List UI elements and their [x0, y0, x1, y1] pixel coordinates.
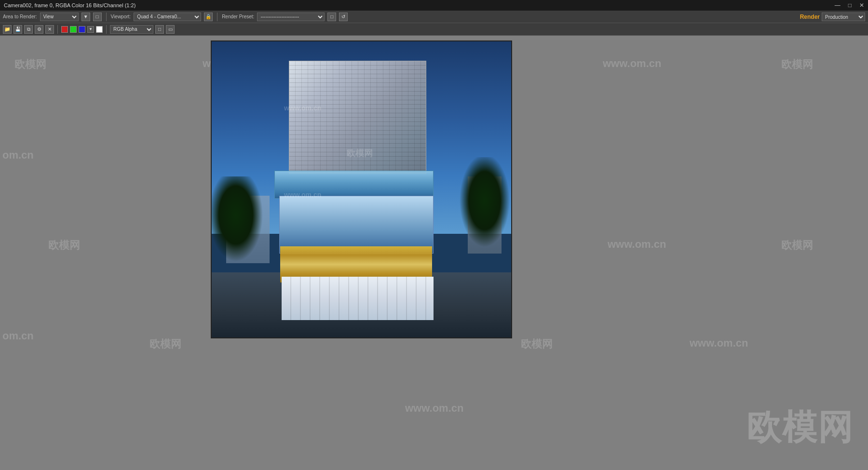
channel-dropdown[interactable]: RGB Alpha [110, 25, 153, 34]
watermark-7: 欧模网 [48, 238, 80, 253]
watermark-13: 欧模网 [149, 337, 181, 351]
sep2 [217, 13, 217, 21]
sep3 [57, 25, 58, 34]
lock-icon[interactable]: 🔒 [204, 13, 213, 21]
building-columns [282, 277, 434, 320]
channel-icon1[interactable]: □ [155, 25, 164, 34]
watermark-15: 欧模网 [521, 337, 553, 351]
close-button[interactable]: ✕ [857, 2, 866, 9]
bg-building-left [226, 196, 270, 263]
large-watermark: 欧模网 [746, 404, 854, 451]
viewport-dropdown[interactable]: Quad 4 - Camera0... [134, 13, 201, 21]
save-icon[interactable]: 💾 [14, 25, 22, 34]
settings-icon[interactable]: ⚙ [35, 25, 43, 34]
window-controls: — □ ✕ [833, 0, 866, 11]
toolbar-row1: Area to Render: View ▼ □ Viewport: Quad … [0, 11, 868, 23]
minimize-button[interactable]: — [833, 2, 842, 9]
watermark-5: 欧模网 [781, 57, 813, 72]
building-scene: www.om.cn www.om.cn 欧模网 [212, 41, 511, 337]
watermark-1: 欧模网 [14, 57, 46, 72]
swatch-blue[interactable] [79, 26, 85, 33]
close-icon[interactable]: ✕ [45, 25, 54, 34]
building-mid-glass [274, 171, 434, 199]
sep4 [106, 25, 107, 34]
main-area: 欧模网 www.om.cn 欧模网 www.om.cn 欧模网 om.cn 欧模… [0, 36, 868, 470]
bg-building-right [468, 176, 502, 254]
swatch-red[interactable] [61, 26, 68, 33]
render-preset-label: Render Preset: [222, 14, 254, 19]
top-right-controls: Render Production [800, 11, 865, 23]
watermark-16: www.om.cn [690, 337, 748, 349]
preset-icon1[interactable]: □ [327, 13, 336, 21]
area-to-render-label: Area to Render: [3, 14, 37, 19]
watermark-14: www.om.cn [405, 402, 463, 415]
watermark-10: www.om.cn [608, 238, 666, 251]
open-icon[interactable]: 📁 [3, 25, 12, 34]
title-bar-text: Camera002, frame 0, RGBA Color 16 Bits/C… [4, 2, 136, 8]
area-to-render-dropdown[interactable]: View [40, 13, 79, 21]
swatch-green[interactable] [70, 26, 77, 33]
render-preset-dropdown[interactable]: ------------------------ [257, 13, 325, 21]
watermark-6: om.cn [2, 149, 34, 161]
area-icon1[interactable]: ▼ [81, 13, 90, 21]
viewport-label: Viewport: [111, 14, 131, 19]
maximize-button[interactable]: □ [846, 2, 854, 9]
watermark-4: www.om.cn [603, 57, 661, 70]
watermark-11: 欧模网 [781, 238, 813, 253]
preset-icon2[interactable]: ↺ [339, 13, 348, 21]
channel-icon2[interactable]: ▭ [166, 25, 175, 34]
watermark-12: om.cn [2, 330, 34, 342]
building-upper [289, 61, 426, 174]
render-canvas: www.om.cn www.om.cn 欧模网 [211, 40, 512, 338]
building-lower-glass [279, 196, 434, 254]
title-bar: Camera002, frame 0, RGBA Color 16 Bits/C… [0, 0, 868, 11]
toolbar-row2: 📁 💾 ⧉ ⚙ ✕ ▼ RGB Alpha □ ▭ [0, 23, 868, 36]
clone-icon[interactable]: ⧉ [24, 25, 33, 34]
color-extra-icon[interactable]: ▼ [87, 26, 94, 33]
render-button[interactable]: Render [800, 13, 820, 20]
production-dropdown[interactable]: Production [822, 13, 865, 21]
swatch-white[interactable] [96, 26, 103, 33]
area-icon2[interactable]: □ [93, 13, 102, 21]
sep1 [106, 13, 107, 21]
